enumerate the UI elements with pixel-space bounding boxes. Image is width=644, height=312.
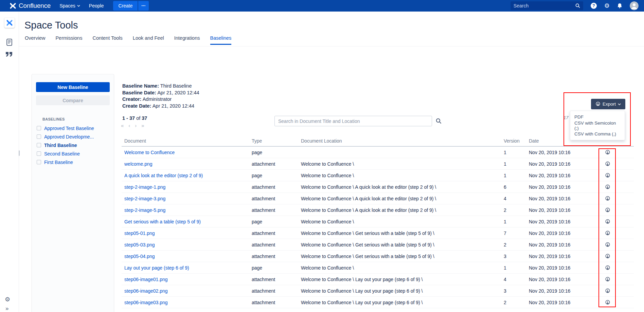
export-button[interactable]: Export (591, 99, 625, 109)
baseline-list-item[interactable]: Approved Test Baseline (32, 124, 114, 132)
confluence-space-tools-page: { "nav": { "brand": "Confluence", "items… (0, 0, 644, 312)
quotes-icon[interactable] (5, 52, 13, 58)
create-button[interactable]: Create (113, 1, 138, 11)
baselines-list-header: BASELINES (42, 117, 114, 121)
baseline-list-item[interactable]: Second Baseline (32, 149, 114, 158)
export-dropdown-menu: PDFCSV with Semicolon (;)CSV with Comma … (570, 111, 625, 140)
download-document-icon[interactable] (605, 277, 610, 282)
more-actions-button[interactable]: ••• (138, 1, 148, 11)
document-search-input[interactable] (274, 116, 432, 126)
document-location: Welcome to Confluence \ Get serious with… (301, 231, 504, 236)
baseline-checkbox[interactable] (37, 134, 41, 139)
download-document-icon[interactable] (605, 231, 610, 236)
nav-search-box[interactable] (511, 1, 583, 10)
export-menu-item[interactable]: CSV with Semicolon (;) (570, 121, 625, 130)
confluence-logo-icon (10, 2, 16, 9)
tab[interactable]: Content Tools (92, 35, 122, 45)
help-icon[interactable]: ? (591, 3, 597, 9)
tab[interactable]: Look and Feel (133, 35, 164, 45)
pager-arrow[interactable]: ‹ (128, 123, 130, 128)
table-row: step05-03.png attachment Welcome to Conf… (122, 239, 634, 251)
baseline-checkbox[interactable] (37, 160, 41, 164)
document-search-icon[interactable] (436, 118, 442, 125)
chevron-down-icon (618, 103, 621, 105)
document-link[interactable]: Get serious with a table (step 5 of 9) (124, 219, 201, 224)
document-version: 3 (504, 288, 529, 294)
table-row: Lay out your page (step 6 of 9) page Wel… (122, 262, 634, 274)
document-link[interactable]: welcome.png (124, 161, 153, 167)
pager-arrow[interactable]: » (141, 123, 144, 128)
document-version: 2 (504, 300, 529, 305)
baselines-panel: New Baseline Compare BASELINES Approved … (32, 74, 114, 312)
export-menu-item[interactable]: CSV with Comma (,) (570, 130, 625, 138)
app-sidebar: ⚙ » (0, 12, 19, 312)
download-document-icon[interactable] (605, 300, 610, 305)
document-date: Nov 20, 2019 10:16 (529, 254, 587, 259)
baseline-list-item[interactable]: Third Baseline (32, 141, 114, 149)
download-document-icon[interactable] (605, 150, 610, 155)
baseline-link[interactable]: Approved Developme... (44, 134, 94, 140)
sidebar-resize-grip[interactable] (19, 150, 20, 156)
document-link[interactable]: step-2-image-1.png (124, 184, 165, 190)
tab[interactable]: Overview (25, 35, 45, 45)
confluence-brand[interactable]: Confluence (10, 2, 51, 10)
pages-icon[interactable] (6, 39, 12, 47)
document-location: Welcome to Confluence \ Get serious with… (301, 254, 504, 259)
download-document-icon[interactable] (605, 173, 610, 178)
download-document-icon[interactable] (605, 184, 610, 190)
download-document-icon[interactable] (605, 242, 610, 247)
pager-arrow[interactable]: › (135, 123, 137, 128)
space-settings-gear-icon[interactable]: ⚙ (5, 296, 10, 303)
space-logo[interactable] (4, 18, 15, 28)
baseline-link[interactable]: Third Baseline (44, 143, 77, 148)
download-document-icon[interactable] (605, 288, 610, 294)
document-link[interactable]: Welcome to Confluence (124, 150, 175, 155)
baseline-link[interactable]: Approved Test Baseline (44, 126, 94, 131)
baseline-details: Baseline Name: Third Baseline Baseline D… (122, 83, 199, 109)
document-link[interactable]: Lay out your page (step 6 of 9) (124, 265, 189, 271)
settings-icon[interactable]: ⚙ (604, 3, 610, 9)
document-type: attachment (252, 300, 301, 305)
sidebar-collapse-icon[interactable]: » (5, 305, 8, 312)
pager-arrow[interactable]: « (121, 123, 124, 128)
document-date: Nov 20, 2019 10:16 (529, 277, 587, 282)
column-header-type: Type (252, 138, 301, 144)
document-link[interactable]: step06-image02.png (124, 288, 168, 294)
download-document-icon[interactable] (605, 219, 610, 224)
document-link[interactable]: step-2-image-3.png (124, 196, 165, 201)
document-location: Welcome to Confluence \ A quick look at … (301, 196, 504, 201)
baseline-link[interactable]: Second Baseline (44, 151, 80, 157)
nav-people[interactable]: People (89, 3, 104, 8)
document-link[interactable]: A quick look at the editor (step 2 of 9) (124, 173, 203, 178)
tab[interactable]: Permissions (55, 35, 82, 45)
baseline-checkbox[interactable] (37, 143, 41, 147)
new-baseline-button[interactable]: New Baseline (36, 82, 110, 92)
document-link[interactable]: step-2-image-5.png (124, 207, 165, 213)
baseline-link[interactable]: First Baseline (44, 160, 73, 165)
baseline-list-item[interactable]: First Baseline (32, 158, 114, 166)
compare-button[interactable]: Compare (36, 95, 110, 105)
document-link[interactable]: step05-01.png (124, 231, 155, 236)
user-avatar[interactable] (630, 1, 639, 10)
baseline-list-item[interactable]: Approved Developme... (32, 132, 114, 141)
download-document-icon[interactable] (605, 207, 610, 213)
download-document-icon[interactable] (605, 254, 610, 259)
export-menu-item[interactable]: PDF (570, 113, 625, 121)
document-link[interactable]: step06-image01.png (124, 277, 168, 282)
document-link[interactable]: step05-04.png (124, 254, 155, 259)
document-link[interactable]: step05-03.png (124, 242, 155, 247)
tab[interactable]: Baselines (210, 35, 232, 45)
nav-spaces[interactable]: Spaces (59, 3, 80, 8)
baseline-checkbox[interactable] (37, 151, 41, 156)
document-version: 1 (504, 161, 529, 167)
document-link[interactable]: step06-image03.png (124, 300, 168, 305)
document-location: Welcome to Confluence \ (301, 161, 504, 167)
download-document-icon[interactable] (605, 196, 610, 201)
document-version: 1 (504, 150, 529, 155)
notifications-icon[interactable] (617, 3, 622, 8)
download-document-icon[interactable] (605, 265, 610, 271)
baseline-checkbox[interactable] (37, 126, 41, 130)
nav-search-input[interactable] (514, 3, 575, 8)
download-document-icon[interactable] (605, 161, 610, 167)
tab[interactable]: Integrations (174, 35, 200, 45)
